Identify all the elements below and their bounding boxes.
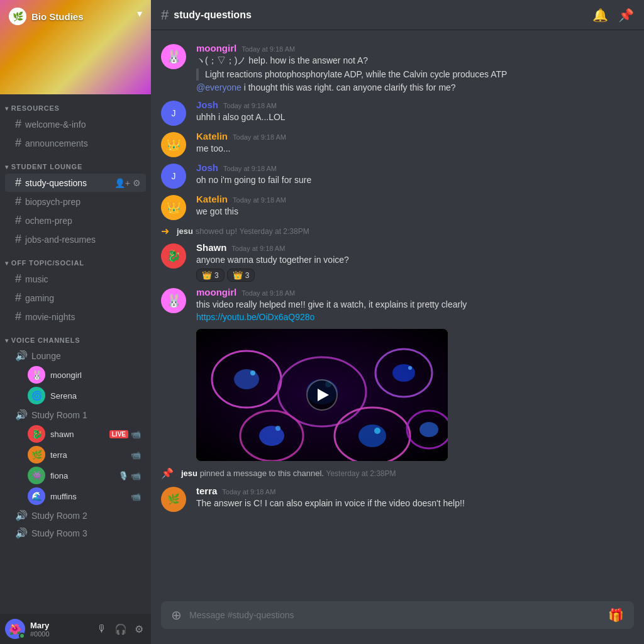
chevron-icon: ▾: [5, 164, 9, 170]
voice-member-fiona[interactable]: 👾 fiona 🎙️ 📹: [5, 465, 146, 486]
user-controls: 🎙 🎧 ⚙: [94, 621, 146, 638]
voice-member-moongirl[interactable]: 🐰 moongirl: [5, 365, 146, 385]
video-embed[interactable]: [196, 329, 448, 461]
message-content: Josh Today at 9:18 AM oh no i'm going to…: [196, 162, 634, 189]
channel-gaming[interactable]: # gaming: [5, 289, 146, 307]
main-content: # study-questions 🔔 📌 🐰 moongirl Today a…: [151, 0, 644, 644]
message-author: Josh: [196, 99, 218, 110]
pinned-message-system: 📌 jesu pinned a message to this channel.…: [151, 464, 644, 483]
pin-icon[interactable]: 📌: [618, 8, 634, 23]
message-header: moongirl Today at 9:18 AM: [196, 43, 634, 53]
reaction-count: 3: [245, 271, 250, 280]
avatar: 👑: [161, 195, 186, 220]
message-text: we got this: [196, 206, 634, 218]
message-content: moongirl Today at 9:18 AM this video rea…: [196, 287, 634, 460]
channel-biopsych-prep[interactable]: # biopsych-prep: [5, 192, 146, 211]
message-text: anyone wanna study together in voice?: [196, 254, 634, 267]
voice-channel-lounge[interactable]: 🔊 Lounge: [5, 347, 146, 364]
category-student-lounge[interactable]: ▾ STUDENT LOUNGE: [0, 153, 151, 173]
message-timestamp: Today at 9:18 AM: [233, 133, 286, 141]
messages-area: 🐰 moongirl Today at 9:18 AM ヽ(；▽；)ノ help…: [151, 30, 644, 601]
hash-icon: #: [15, 291, 21, 304]
channel-jobs-and-resumes[interactable]: # jobs-and-resumes: [5, 230, 146, 248]
channel-music[interactable]: # music: [5, 270, 146, 288]
message-header: Shawn Today at 9:18 AM: [196, 242, 634, 253]
message-text: The answer is C! I can also explain in v…: [196, 497, 634, 510]
message-input-area: ⊕ 🎁: [151, 601, 644, 644]
video-link[interactable]: https://youtu.be/OiDx6aQ928o: [196, 312, 314, 322]
message-author: terra: [196, 486, 217, 496]
avatar: 🌊: [28, 487, 45, 505]
channel-welcome-and-info[interactable]: # welcome-&-info: [5, 115, 146, 133]
channel-announcements[interactable]: # announcements: [5, 134, 146, 152]
server-chevron-icon[interactable]: ▾: [137, 8, 142, 19]
message-text: ヽ(；▽；)ノ help. how is the answer not A? L…: [196, 55, 634, 94]
avatar: 👾: [28, 467, 45, 484]
settings-icon[interactable]: ⚙: [133, 178, 141, 188]
message-timestamp: Today at 9:18 AM: [231, 245, 285, 252]
reaction-button[interactable]: 👑 3: [196, 269, 225, 282]
voice-channel-study-room-2[interactable]: 🔊 Study Room 2: [5, 507, 146, 524]
message-author: moongirl: [196, 287, 236, 297]
svg-point-9: [358, 425, 386, 447]
channel-study-questions[interactable]: # study-questions 👤+ ⚙: [5, 174, 146, 192]
voice-member-shawn[interactable]: 🐉 shawn LIVE 📹: [5, 424, 146, 444]
server-header[interactable]: 🌿 Bio Studies ▾: [0, 0, 151, 94]
voice-member-serena[interactable]: 🌀 Serena: [5, 386, 146, 406]
headphones-icon[interactable]: 🎧: [112, 621, 130, 638]
message: 🐰 moongirl Today at 9:18 AM ヽ(；▽；)ノ help…: [151, 40, 644, 97]
message-input[interactable]: [189, 604, 601, 626]
arrow-icon: ➜: [161, 225, 169, 237]
gift-icon[interactable]: 🎁: [608, 608, 624, 623]
message-content: Katelin Today at 9:18 AM me too...: [196, 131, 634, 157]
voice-member-terra[interactable]: 🌿 terra 📹: [5, 445, 146, 465]
speaker-icon: 🔊: [15, 350, 28, 362]
camera-icon: 📹: [131, 492, 141, 501]
voice-channel-study-room-3[interactable]: 🔊 Study Room 3: [5, 525, 146, 541]
category-voice-channels[interactable]: ▾ VOICE CHANNELS: [0, 326, 151, 347]
server-name: Bio Studies: [31, 11, 84, 22]
avatar: 🐉: [28, 425, 45, 443]
svg-point-12: [250, 370, 255, 375]
pin-icon: 📌: [161, 467, 174, 479]
avatar: 🐰: [161, 44, 186, 69]
voice-member-muffins[interactable]: 🌊 muffins 📹: [5, 486, 146, 506]
mention: @everyone: [196, 82, 242, 92]
reaction-button[interactable]: 👑 3: [227, 269, 255, 282]
notification-bell-icon[interactable]: 🔔: [592, 8, 608, 23]
svg-point-16: [374, 428, 380, 434]
message: 👑 Katelin Today at 9:18 AM me too...: [151, 128, 644, 160]
channel-movie-nights[interactable]: # movie-nights: [5, 308, 146, 326]
hash-icon: #: [15, 214, 21, 227]
message-content: Shawn Today at 9:18 AM anyone wanna stud…: [196, 242, 634, 282]
reaction-emoji: 👑: [202, 270, 212, 280]
user-area: 🌺 Mary #0000 🎙 🎧 ⚙: [0, 614, 151, 644]
settings-icon[interactable]: ⚙: [132, 621, 146, 638]
message-author: Katelin: [196, 194, 228, 204]
channels-list: ▾ RESOURCES # welcome-&-info # announcem…: [0, 94, 151, 614]
category-resources[interactable]: ▾ RESOURCES: [0, 94, 151, 114]
message-timestamp: Today at 9:18 AM: [242, 45, 295, 53]
message-text: this video really helped me!! give it a …: [196, 299, 634, 323]
message-author: Josh: [196, 162, 218, 173]
message-text: me too...: [196, 143, 634, 155]
avatar: 🌀: [28, 387, 45, 404]
add-member-icon[interactable]: 👤+: [114, 178, 130, 188]
play-button[interactable]: [306, 379, 338, 411]
channel-ochem-prep[interactable]: # ochem-prep: [5, 211, 146, 230]
svg-point-14: [408, 366, 412, 370]
category-off-topic[interactable]: ▾ OFF TOPIC/SOCIAL: [0, 249, 151, 269]
voice-channel-study-room-1[interactable]: 🔊 Study Room 1: [5, 406, 146, 423]
reaction-count: 3: [214, 271, 219, 280]
message-timestamp: Today at 9:18 AM: [222, 488, 275, 496]
svg-point-15: [275, 426, 280, 431]
avatar: J: [161, 101, 186, 126]
microphone-icon[interactable]: 🎙: [94, 621, 109, 638]
message-author: Katelin: [196, 131, 228, 142]
reactions: 👑 3 👑 3: [196, 269, 634, 282]
hash-icon: #: [15, 176, 21, 189]
blockquote: Light reactions photophosphorylate ADP, …: [196, 69, 634, 81]
hash-icon: #: [15, 136, 21, 150]
attach-button[interactable]: ⊕: [171, 608, 182, 623]
user-tag: #0000: [30, 630, 89, 638]
